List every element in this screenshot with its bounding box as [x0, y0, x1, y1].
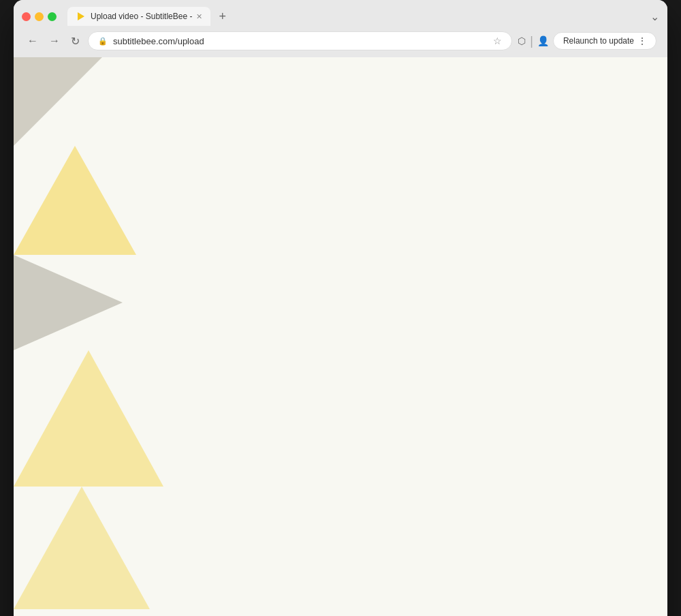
browser-window: Upload video - SubtitleBee - ✕ + ⌄ ← → ↻…	[14, 0, 667, 616]
close-button[interactable]	[22, 12, 31, 21]
address-bar[interactable]: 🔒 subtitlebee.com/upload ☆	[88, 31, 512, 50]
browser-tab[interactable]: Upload video - SubtitleBee - ✕	[67, 7, 210, 26]
security-icon: 🔒	[98, 37, 108, 46]
decoration-triangle-yellow-bottom-right	[14, 487, 150, 609]
reload-button[interactable]: ↻	[68, 32, 82, 50]
maximize-button[interactable]	[48, 12, 57, 21]
browser-chrome: Upload video - SubtitleBee - ✕ + ⌄ ← → ↻…	[14, 0, 667, 57]
decoration-triangle-yellow-bottom-left	[14, 350, 163, 487]
decoration-triangle-gray-topleft	[14, 57, 102, 146]
svg-marker-0	[78, 12, 84, 20]
bookmark-icon[interactable]: ☆	[493, 35, 502, 46]
page-content: SubtitleBee Pricing Contact About Blog L…	[14, 57, 667, 616]
tab-bar: Upload video - SubtitleBee - ✕ + ⌄	[22, 7, 659, 26]
new-tab-button[interactable]: +	[216, 10, 229, 24]
profile-button[interactable]: 👤	[537, 35, 549, 46]
navbar: SubtitleBee Pricing Contact About Blog L…	[14, 609, 667, 616]
minimize-button[interactable]	[35, 12, 44, 21]
url-text: subtitlebee.com/upload	[113, 36, 488, 46]
address-bar-row: ← → ↻ 🔒 subtitlebee.com/upload ☆ ⬡ | 👤 R…	[22, 31, 659, 57]
tab-dropdown-button[interactable]: ⌄	[650, 10, 659, 23]
relaunch-button[interactable]: Relaunch to update ⋮	[553, 32, 656, 50]
back-button[interactable]: ←	[25, 32, 41, 50]
forward-button[interactable]: →	[46, 32, 63, 50]
tab-title: Upload video - SubtitleBee -	[91, 12, 192, 21]
decoration-triangle-gray-right	[14, 255, 123, 350]
relaunch-menu-icon: ⋮	[638, 36, 646, 46]
decoration-triangle-yellow-top	[14, 146, 136, 255]
extensions-button[interactable]: ⬡	[518, 35, 526, 46]
tab-favicon	[76, 11, 86, 22]
traffic-lights	[22, 12, 57, 21]
browser-actions: ⬡ | 👤 Relaunch to update ⋮	[518, 32, 656, 50]
tab-close-icon[interactable]: ✕	[196, 12, 202, 21]
relaunch-label: Relaunch to update	[563, 36, 634, 46]
